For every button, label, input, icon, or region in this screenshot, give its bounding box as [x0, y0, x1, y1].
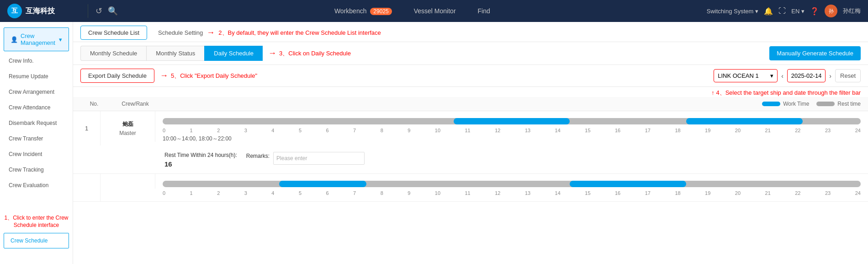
schedule-tabs-row: Monthly Schedule Monthly Status Daily Sc… [73, 42, 868, 65]
manually-generate-button[interactable]: Manually Generate Schedule [769, 46, 861, 60]
help-icon[interactable]: ❓ [810, 7, 819, 16]
row-no-1: 1 [73, 111, 101, 145]
sidebar: 👤 Crew Management ▾ Crew Info. Resume Up… [0, 22, 73, 264]
sidebar-item-crew-evaluation[interactable]: Crew Evaluation [0, 178, 73, 193]
workbench-badge: 29025 [370, 8, 392, 15]
schedule-extra-1: Rest Time Within 24 hours(h): 16 Remarks… [73, 148, 868, 173]
step5-arrow: → [160, 71, 168, 81]
sidebar-item-crew-info[interactable]: Crew Info. [0, 53, 73, 69]
export-daily-schedule-button[interactable]: Export Daily Schedule [80, 69, 154, 83]
logo-icon: 互 [7, 4, 22, 18]
step4-annotation-row: ↑ 4、Select the target ship and date thro… [73, 87, 868, 97]
fullscreen-icon[interactable]: ⛶ [778, 7, 786, 15]
bar-work-2a [279, 181, 366, 187]
col-crew-header: Crew/Rank [108, 101, 163, 107]
step2-arrow: → [206, 28, 215, 38]
bar-work-1b [686, 118, 803, 124]
timeline-numbers: 0 1 2 3 4 5 6 7 8 9 10 11 12 13 [163, 128, 861, 133]
sidebar-item-crew-transfer[interactable]: Crew Transfer [0, 131, 73, 146]
remarks-box-1[interactable]: Please enter [273, 152, 365, 165]
remarks-label: Remarks: [246, 153, 270, 159]
logo-area: 互 互海科技 [7, 4, 80, 18]
crew-management-header[interactable]: 👤 Crew Management ▾ [4, 27, 69, 51]
switching-system-dropdown[interactable]: Switching System ▾ [707, 8, 759, 15]
step5-annotation: 5、Click "Export Daily Schedule" [171, 72, 257, 80]
date-select[interactable]: 2025-02-14 [787, 69, 826, 82]
filter-with-annotation: LINK OCEAN 1 ▾ [714, 69, 778, 82]
bar-bg-gray-2 [163, 181, 861, 187]
time-range-1: 10:00～14:00, 18:00～22:00 [163, 135, 861, 143]
filter-bar: LINK OCEAN 1 ▾ ‹ 2025-02-14 › Reset [714, 69, 861, 82]
table-header: No. Crew/Rank Work Time Rest time [73, 97, 868, 111]
rest-hours: 16 [164, 160, 237, 168]
crew-rank-1: Master [104, 130, 151, 136]
tab-daily-schedule[interactable]: Daily Schedule [204, 46, 263, 61]
history-icon[interactable]: ↺ [95, 6, 102, 16]
schedule-row-main-1: 1 鲍磊 Master 0 [73, 111, 868, 148]
sidebar-item-crew-schedule[interactable]: Crew Schedule [4, 233, 69, 248]
toolbar-row: Export Daily Schedule → 5、Click "Export … [73, 65, 868, 87]
divider [88, 4, 88, 18]
next-date-icon[interactable]: › [829, 72, 831, 80]
tab-monthly-status[interactable]: Monthly Status [146, 46, 204, 61]
bell-icon[interactable]: 🔔 [764, 7, 773, 16]
logo-text: 互海科技 [26, 6, 55, 16]
sidebar-item-crew-tracking[interactable]: Crew Tracking [0, 162, 73, 178]
col-no-header: No. [80, 101, 108, 107]
schedule-row-1: 1 鲍磊 Master 0 [73, 111, 868, 174]
prev-date-icon[interactable]: ‹ [781, 72, 783, 80]
step4-annotation: ↑ 4、Select the target ship and date thro… [711, 89, 861, 97]
step3-annotation: 3、Click on Daily Schedule [279, 49, 351, 58]
timeline-bar-container-1 [163, 117, 861, 126]
tab-monthly-schedule[interactable]: Monthly Schedule [80, 46, 146, 61]
top-nav-center: Workbench 29025 Vessel Monitor Find [118, 5, 707, 16]
sidebar-item-disembark-request[interactable]: Disembark Request [0, 115, 73, 131]
rest-time-legend: Rest time [816, 101, 861, 107]
reset-button[interactable]: Reset [835, 69, 861, 82]
sidebar-item-resume-update[interactable]: Resume Update [0, 69, 73, 84]
step1-area: 1、Click to enter the Crew Schedule inter… [0, 211, 73, 248]
bar-work-1a [454, 118, 570, 124]
crew-name-1: 鲍磊 [104, 120, 151, 128]
chevron-down-icon-lang: ▾ [801, 8, 804, 15]
username: 孙红梅 [843, 7, 861, 15]
sidebar-item-crew-attendance[interactable]: Crew Attendance [0, 100, 73, 115]
language-selector[interactable]: EN ▾ [791, 8, 804, 15]
sidebar-item-crew-arrangement[interactable]: Crew Arrangement [0, 84, 73, 100]
remarks-area: Remarks: Please enter [246, 152, 365, 168]
step2-annotation: 2、By default, they will enter the Crew S… [218, 29, 381, 37]
ship-select[interactable]: LINK OCEAN 1 ▾ [714, 69, 778, 82]
rest-info-1: Rest Time Within 24 hours(h): 16 [164, 152, 237, 168]
user-avatar[interactable]: 孙 [825, 5, 837, 17]
rest-label: Rest Time Within 24 hours(h): [164, 152, 237, 158]
search-icon[interactable]: 🔍 [108, 6, 118, 16]
top-nav-right: Switching System ▾ 🔔 ⛶ EN ▾ ❓ 孙 孙红梅 [707, 5, 861, 17]
row-crew-2 [101, 174, 155, 189]
timeline-bar-container-2 [163, 179, 861, 189]
find-link[interactable]: Find [474, 5, 494, 16]
sidebar-item-crew-incident[interactable]: Crew Incident [0, 146, 73, 162]
step3-arrow: → [268, 48, 276, 58]
chevron-down-icon-ship: ▾ [770, 72, 773, 79]
step1-annotation-label: 1、Click to enter the Crew Schedule inter… [0, 211, 73, 231]
row-crew-1: 鲍磊 Master [101, 111, 155, 142]
row-timeline-1: 0 1 2 3 4 5 6 7 8 9 10 11 12 13 [155, 111, 868, 148]
vessel-monitor-link[interactable]: Vessel Monitor [410, 5, 460, 16]
content-area: Crew Schedule List Schedule Setting → 2、… [73, 22, 868, 264]
rest-time-legend-dot [816, 102, 835, 106]
bar-work-2b [570, 181, 686, 187]
top-tab-section: Crew Schedule List Schedule Setting → 2、… [73, 22, 868, 42]
workbench-nav-link[interactable]: Workbench 29025 [331, 5, 396, 16]
schedule-row-main-2: 0 1 2 3 4 5 6 7 8 9 10 11 12 13 [73, 174, 868, 201]
row-no-2 [73, 174, 101, 201]
chevron-down-icon: ▾ [755, 8, 758, 15]
user-icon: 👤 [11, 36, 18, 43]
schedule-setting-tab[interactable]: Schedule Setting [154, 26, 206, 39]
col-timeline-header: Work Time Rest time [163, 101, 861, 107]
row-timeline-2: 0 1 2 3 4 5 6 7 8 9 10 11 12 13 [155, 174, 868, 201]
main-layout: 👤 Crew Management ▾ Crew Info. Resume Up… [0, 22, 868, 264]
schedule-row-2: 0 1 2 3 4 5 6 7 8 9 10 11 12 13 [73, 174, 868, 202]
work-time-legend: Work Time [762, 101, 809, 107]
crew-schedule-list-tab[interactable]: Crew Schedule List [80, 26, 147, 40]
chevron-down-icon-sidebar: ▾ [59, 36, 62, 43]
